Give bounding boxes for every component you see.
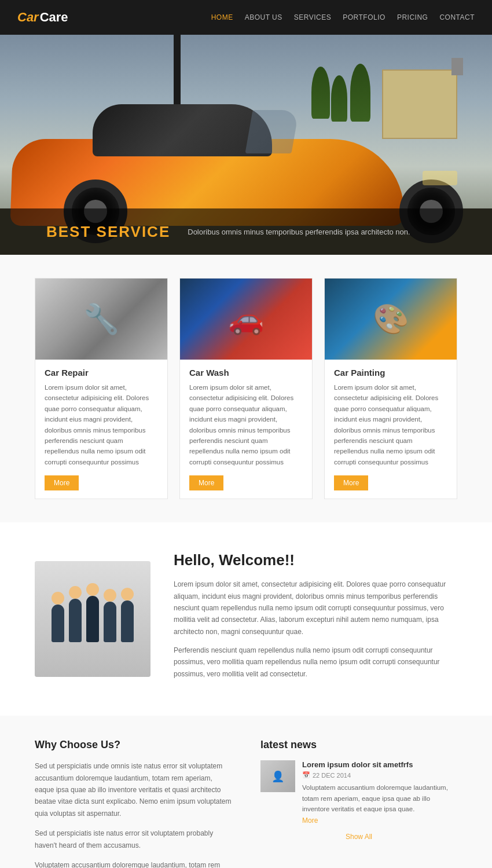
why-para2: Sed ut perspiciatis iste natus error sit… — [35, 827, 232, 851]
logo: Car Care — [17, 10, 68, 25]
news-item-desc: Voluptatem accusantium doloremque laudan… — [302, 782, 457, 814]
why-para1: Sed ut perspiciatis unde omnis iste natu… — [35, 760, 232, 819]
welcome-content: Hello, Welcome!! Lorem ipsum dolor sit a… — [174, 551, 457, 687]
service-img-paint — [325, 279, 457, 360]
service-title-repair: Car Repair — [45, 368, 158, 378]
welcome-team-image — [35, 561, 150, 677]
news-info: Lorem ipsum dolor sit ametfrfs 📅 22 DEC … — [302, 760, 457, 825]
logo-care: Care — [40, 10, 68, 25]
why-title: Why Choose Us? — [35, 739, 232, 751]
nav-about[interactable]: ABOUT US — [245, 13, 282, 21]
service-more-paint[interactable]: More — [334, 475, 368, 490]
news-more-link[interactable]: More — [302, 816, 457, 825]
nav-services[interactable]: SERVICES — [294, 13, 331, 21]
nav-pricing[interactable]: PRICING — [397, 13, 428, 21]
service-desc-repair: Lorem ipsum dolor sit amet, consectetur … — [45, 382, 158, 467]
service-card-wash: Car Wash Lorem ipsum dolor sit amet, con… — [179, 278, 313, 499]
service-img-repair — [35, 279, 167, 360]
services-grid: Car Repair Lorem ipsum dolor sit amet, c… — [35, 278, 457, 499]
hero-overlay: BEST SERVICE Doloribus omnis minus tempo… — [0, 208, 492, 255]
news-item-date: 📅 22 DEC 2014 — [302, 771, 457, 779]
welcome-section: Hello, Welcome!! Lorem ipsum dolor sit a… — [0, 522, 492, 716]
header: Car Care HOME ABOUT US SERVICES PORTFOLI… — [0, 0, 492, 35]
service-img-wash — [180, 279, 312, 360]
news-item: 👤 Lorem ipsum dolor sit ametfrfs 📅 22 DE… — [260, 760, 457, 825]
welcome-para2: Perferendis nesciunt quam repellendus nu… — [174, 644, 457, 680]
service-title-paint: Car Painting — [334, 368, 447, 378]
service-title-wash: Car Wash — [189, 368, 303, 378]
service-more-repair[interactable]: More — [45, 475, 79, 490]
hero-subtitle: Doloribus omnis minus temporibus perfere… — [188, 228, 410, 236]
service-desc-paint: Lorem ipsum dolor sit amet, consectetur … — [334, 382, 447, 467]
news-thumbnail: 👤 — [260, 760, 295, 792]
show-all-link[interactable]: Show All — [260, 833, 457, 841]
welcome-para1: Lorem ipsum dolor sit amet, consectetur … — [174, 578, 457, 638]
why-news-section: Why Choose Us? Sed ut perspiciatis unde … — [0, 716, 492, 868]
nav-home[interactable]: HOME — [211, 13, 233, 21]
service-desc-wash: Lorem ipsum dolor sit amet, consectetur … — [189, 382, 303, 467]
hero-title: BEST SERVICE — [46, 223, 170, 241]
latest-news-col: latest news 👤 Lorem ipsum dolor sit amet… — [260, 739, 457, 868]
service-card-repair: Car Repair Lorem ipsum dolor sit amet, c… — [35, 278, 168, 499]
calendar-icon: 📅 — [302, 771, 310, 779]
logo-car: Car — [17, 10, 39, 25]
welcome-title: Hello, Welcome!! — [174, 551, 457, 569]
service-more-wash[interactable]: More — [189, 475, 223, 490]
nav-contact[interactable]: CONTACT — [439, 13, 475, 21]
main-nav: HOME ABOUT US SERVICES PORTFOLIO PRICING… — [211, 13, 475, 21]
news-title: latest news — [260, 739, 457, 751]
services-section: Car Repair Lorem ipsum dolor sit amet, c… — [0, 255, 492, 522]
nav-portfolio[interactable]: PORTFOLIO — [343, 13, 385, 21]
service-card-paint: Car Painting Lorem ipsum dolor sit amet,… — [324, 278, 457, 499]
why-para3: Voluptatem accusantium doloremque laudan… — [35, 859, 232, 868]
why-choose-col: Why Choose Us? Sed ut perspiciatis unde … — [35, 739, 232, 868]
news-item-title: Lorem ipsum dolor sit ametfrfs — [302, 760, 457, 769]
hero-section: BEST SERVICE Doloribus omnis minus tempo… — [0, 35, 492, 255]
